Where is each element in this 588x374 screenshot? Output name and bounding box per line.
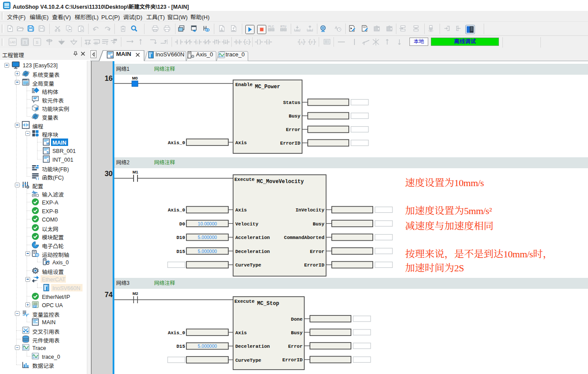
svg-text:5.000000: 5.000000 xyxy=(198,343,217,349)
svg-text:M0: M0 xyxy=(132,76,138,80)
svg-text:Status: Status xyxy=(283,100,300,105)
svg-text:TEST: TEST xyxy=(428,30,433,32)
svg-text:Axis_0: Axis_0 xyxy=(168,208,185,213)
svg-text:|: | xyxy=(206,40,208,44)
svg-text:S: S xyxy=(36,40,38,45)
svg-text:5.000000: 5.000000 xyxy=(198,249,217,254)
svg-text:Deceleration: Deceleration xyxy=(235,344,270,349)
svg-text:Error: Error xyxy=(310,249,324,254)
svg-text:Axis: Axis xyxy=(235,140,247,145)
svg-text:C: C xyxy=(246,40,249,45)
svg-text:ErrorID: ErrorID xyxy=(280,141,301,146)
svg-text:MC_MoveVelocity: MC_MoveVelocity xyxy=(257,179,304,185)
svg-text:Busy: Busy xyxy=(289,114,301,119)
svg-text:S: S xyxy=(237,40,239,44)
svg-text:Axis: Axis xyxy=(235,208,247,213)
svg-text:5.000000: 5.000000 xyxy=(198,235,217,240)
svg-text:|: | xyxy=(197,40,199,44)
svg-text:Error: Error xyxy=(286,127,300,132)
svg-text:InVelocity: InVelocity xyxy=(296,208,324,213)
svg-text:ErrorID: ErrorID xyxy=(304,263,325,268)
svg-text:PLC: PLC xyxy=(268,25,274,28)
svg-text:Busy: Busy xyxy=(313,222,325,227)
svg-text:MC_Stop: MC_Stop xyxy=(257,301,279,307)
svg-text:Error: Error xyxy=(288,344,303,349)
svg-text:CurveType: CurveType xyxy=(235,263,261,268)
svg-text:D15: D15 xyxy=(176,344,185,349)
svg-text:Execute: Execute xyxy=(234,177,255,182)
svg-text:D15: D15 xyxy=(176,249,185,254)
svg-text:Execute: Execute xyxy=(234,299,255,304)
svg-text:CommandAborted: CommandAborted xyxy=(284,235,324,240)
svg-text:Deceleration: Deceleration xyxy=(235,249,270,254)
svg-text:F: F xyxy=(311,40,313,45)
svg-text:A: A xyxy=(300,40,303,45)
svg-text:Axis: Axis xyxy=(235,330,247,336)
svg-text:ErrorID: ErrorID xyxy=(282,357,303,363)
svg-text:S: S xyxy=(24,40,26,45)
svg-text:MC_Power: MC_Power xyxy=(255,84,280,90)
svg-text:I: I xyxy=(47,159,48,163)
svg-text:RTU: RTU xyxy=(280,25,286,28)
svg-text:Busy: Busy xyxy=(291,330,303,336)
svg-text:LAD: LAD xyxy=(10,41,16,44)
svg-text:Done: Done xyxy=(291,317,303,322)
svg-text:M2: M2 xyxy=(132,291,138,296)
svg-text:D10: D10 xyxy=(176,235,185,240)
svg-text:M: M xyxy=(110,55,113,58)
svg-text:Axis_0: Axis_0 xyxy=(168,140,185,145)
svg-text:CurveType: CurveType xyxy=(235,358,261,363)
svg-text:Enable: Enable xyxy=(235,82,253,87)
svg-text:S: S xyxy=(46,150,48,154)
svg-text:10.00000: 10.00000 xyxy=(198,221,217,226)
svg-text:OPC: OPC xyxy=(32,305,38,308)
svg-text:M: M xyxy=(46,142,49,145)
svg-text:Velocity: Velocity xyxy=(235,222,258,227)
svg-text:Acceleration: Acceleration xyxy=(235,235,270,240)
svg-text:D0: D0 xyxy=(179,222,185,227)
svg-text:(): () xyxy=(35,177,39,180)
svg-text:M1: M1 xyxy=(132,170,138,174)
svg-text:1: 1 xyxy=(267,40,269,44)
svg-text:Axis_0: Axis_0 xyxy=(168,330,185,336)
